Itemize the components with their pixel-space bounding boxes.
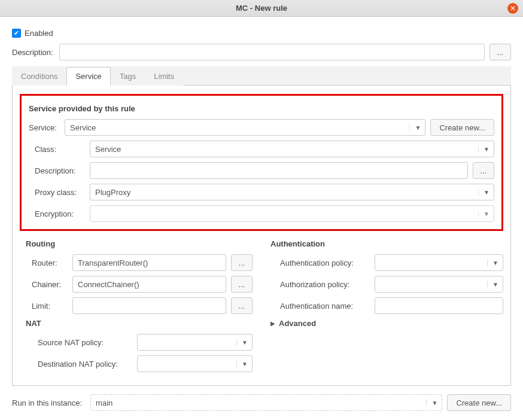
chevron-down-icon: ▼: [236, 361, 247, 367]
authz-policy-combo[interactable]: ▼: [375, 276, 503, 293]
nat-title: NAT: [20, 319, 253, 328]
chevron-down-icon: ▼: [478, 146, 489, 153]
chainer-row: Chainer: ...: [32, 276, 253, 293]
enabled-label: Enabled: [25, 29, 53, 38]
chevron-down-icon: ▼: [236, 339, 247, 346]
instance-create-new-button[interactable]: Create new...: [447, 394, 511, 411]
routing-title: Routing: [20, 239, 253, 248]
limit-label: Limit:: [32, 302, 72, 311]
service-combo-value: Service: [70, 123, 96, 132]
description-label: Description:: [12, 48, 53, 57]
chevron-down-icon: ▼: [478, 211, 489, 217]
description-input[interactable]: [59, 44, 485, 60]
enabled-checkbox[interactable]: ✔: [12, 29, 21, 38]
columns: Routing Router: ... Chainer: ... Limit:: [20, 237, 503, 372]
src-nat-label: Source NAT policy:: [38, 338, 137, 347]
class-combo[interactable]: Service ▼: [90, 141, 494, 157]
chevron-down-icon: ▼: [487, 260, 498, 266]
instance-value: main: [96, 398, 112, 407]
authz-policy-row: Authorization policy: ▼: [280, 276, 503, 293]
chevron-down-icon: ▼: [478, 189, 489, 196]
instance-combo[interactable]: main ▼: [90, 394, 442, 411]
disclosure-right-icon: ▶: [270, 320, 275, 327]
router-label: Router:: [32, 258, 72, 267]
svc-description-ellipsis-button[interactable]: ...: [473, 162, 494, 179]
proxy-class-label: Proxy class:: [35, 188, 90, 197]
svc-description-input[interactable]: [90, 162, 468, 179]
class-combo-value: Service: [95, 145, 121, 154]
auth-title: Authentication: [270, 239, 503, 248]
service-label: Service:: [29, 123, 65, 132]
limit-input[interactable]: [72, 297, 226, 314]
dst-nat-label: Destination NAT policy:: [38, 360, 137, 369]
description-row: Description: ...: [12, 44, 511, 60]
authn-policy-combo[interactable]: ▼: [375, 254, 503, 271]
svc-description-row: Description: ...: [35, 162, 494, 179]
tabs: Conditions Service Tags Limits: [12, 66, 511, 86]
router-input[interactable]: [72, 254, 226, 271]
authz-policy-label: Authorization policy:: [280, 280, 375, 289]
limit-ellipsis-button[interactable]: ...: [231, 297, 253, 314]
service-combo[interactable]: Service ▼: [65, 119, 425, 136]
src-nat-row: Source NAT policy: ▼: [38, 334, 253, 351]
service-section-title: Service provided by this rule: [29, 104, 494, 113]
chainer-ellipsis-button[interactable]: ...: [231, 276, 253, 293]
authn-policy-row: Authentication policy: ▼: [280, 254, 503, 271]
tab-tags[interactable]: Tags: [111, 67, 145, 86]
limit-row: Limit: ...: [32, 297, 253, 314]
tabpane-service: Service provided by this rule Service: S…: [12, 86, 511, 386]
authn-name-row: Authentication name:: [280, 297, 503, 314]
advanced-title: Advanced: [279, 319, 316, 328]
chainer-label: Chainer:: [32, 280, 72, 289]
advanced-row[interactable]: ▶ Advanced: [270, 319, 503, 328]
close-icon[interactable]: ✕: [507, 3, 518, 14]
dst-nat-combo[interactable]: ▼: [137, 355, 253, 372]
svc-description-label: Description:: [35, 166, 90, 175]
service-row: Service: Service ▼ Create new...: [29, 119, 494, 136]
encryption-row: Encryption: ▼: [35, 205, 494, 222]
right-column: Authentication Authentication policy: ▼ …: [270, 237, 503, 372]
tab-conditions[interactable]: Conditions: [12, 67, 66, 86]
instance-row: Run in this instance: main ▼ Create new.…: [12, 394, 511, 411]
proxy-class-value: PlugProxy: [95, 188, 130, 197]
router-row: Router: ...: [32, 254, 253, 271]
tab-limits[interactable]: Limits: [145, 67, 183, 86]
titlebar: MC - New rule ✕: [0, 0, 523, 17]
description-ellipsis-button[interactable]: ...: [489, 44, 511, 60]
authn-name-label: Authentication name:: [280, 302, 375, 311]
authn-name-input[interactable]: [375, 297, 503, 314]
encryption-label: Encryption:: [35, 209, 90, 218]
window-title: MC - New rule: [236, 4, 287, 13]
dst-nat-row: Destination NAT policy: ▼: [38, 355, 253, 372]
class-label: Class:: [35, 145, 90, 154]
instance-label: Run in this instance:: [12, 398, 82, 407]
proxy-class-row: Proxy class: PlugProxy ▼: [35, 184, 494, 200]
chevron-down-icon: ▼: [426, 400, 437, 406]
router-ellipsis-button[interactable]: ...: [231, 254, 253, 271]
left-column: Routing Router: ... Chainer: ... Limit:: [20, 237, 253, 372]
enabled-row: ✔ Enabled: [12, 29, 511, 38]
service-create-new-button[interactable]: Create new...: [430, 119, 494, 136]
tab-service[interactable]: Service: [66, 67, 110, 86]
class-row: Class: Service ▼: [35, 141, 494, 157]
proxy-class-combo[interactable]: PlugProxy ▼: [90, 184, 494, 200]
dialog-body: ✔ Enabled Description: ... Conditions Se…: [0, 17, 523, 420]
dialog-buttons: ⦻ Cancel ⏍ OK: [12, 416, 511, 420]
src-nat-combo[interactable]: ▼: [137, 334, 253, 351]
authn-policy-label: Authentication policy:: [280, 258, 375, 267]
encryption-combo[interactable]: ▼: [90, 205, 494, 222]
chevron-down-icon: ▼: [487, 281, 498, 288]
service-section-highlight: Service provided by this rule Service: S…: [20, 94, 503, 231]
chevron-down-icon: ▼: [409, 124, 420, 131]
chainer-input[interactable]: [72, 276, 226, 293]
